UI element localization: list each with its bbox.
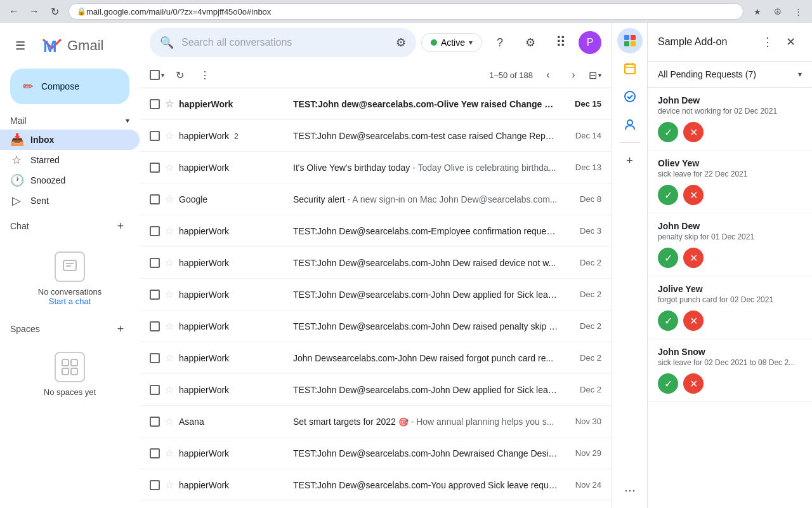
table-row[interactable]: ☆ happierWork TEST:John Dew@searcelabs.c… — [140, 311, 612, 342]
addon-more-button[interactable]: ⋮ — [756, 30, 779, 53]
table-row[interactable]: ☆ happierWork John Dewsearcelabs.com-Joh… — [140, 342, 612, 374]
approve-button[interactable]: ✓ — [658, 311, 678, 331]
star-icon[interactable]: ☆ — [165, 320, 174, 332]
email-preview: It's Olive Yew's birthday today - Today … — [293, 163, 558, 173]
email-checkbox[interactable] — [150, 163, 160, 173]
table-row[interactable]: ☆ happierWork TEST:John Dew@searcelabs.c… — [140, 215, 612, 247]
reject-button[interactable]: ✕ — [683, 311, 704, 331]
star-icon[interactable]: ☆ — [165, 161, 174, 173]
email-checkbox[interactable] — [150, 99, 160, 109]
spaces-add-button[interactable]: + — [112, 320, 129, 338]
back-button[interactable]: ← — [5, 3, 23, 20]
sidebar-item-snoozed[interactable]: 🕐 Snoozed — [0, 170, 140, 190]
extensions-button[interactable]: ☮ — [769, 3, 787, 20]
reject-button[interactable]: ✕ — [683, 185, 704, 205]
icon-bar-more-button[interactable]: ⋯ — [617, 478, 643, 503]
menu-button[interactable]: ⋮ — [789, 3, 807, 20]
star-icon[interactable]: ☆ — [165, 384, 174, 396]
email-checkbox[interactable] — [150, 290, 160, 300]
email-checkbox[interactable] — [150, 448, 160, 458]
calendar-button[interactable] — [617, 56, 643, 81]
approve-button[interactable]: ✓ — [658, 373, 678, 394]
table-row[interactable]: ☆ happierWork TEST:John Dew@searcelabs.c… — [140, 438, 612, 469]
chat-add-button[interactable]: + — [112, 217, 129, 235]
star-icon[interactable]: ☆ — [165, 415, 174, 427]
reject-button[interactable]: ✕ — [683, 122, 704, 142]
email-preview: TEST:John Dew@searcelabs.com-test case r… — [293, 131, 558, 141]
email-checkbox[interactable] — [150, 480, 160, 490]
star-icon[interactable]: ☆ — [165, 98, 174, 110]
search-input[interactable] — [181, 37, 388, 48]
sender-name: happierWork — [179, 99, 293, 109]
tasks-button[interactable] — [617, 84, 643, 109]
hamburger-menu[interactable]: ☰ — [8, 33, 33, 58]
table-row[interactable]: ☆ happierWork TEST:John Dew@searcelabs.c… — [140, 279, 612, 311]
approve-button[interactable]: ✓ — [658, 248, 678, 268]
chat-section-header[interactable]: Chat + — [0, 213, 140, 239]
avatar[interactable]: P — [579, 31, 601, 54]
help-button[interactable]: ? — [487, 30, 513, 55]
sender-name: happierWork — [179, 448, 293, 458]
addon-filter[interactable]: All Pending Requests (7) ▾ — [648, 62, 812, 88]
email-checkbox[interactable] — [150, 385, 160, 395]
table-row[interactable]: ☆ happierWork It's Olive Yew's birthday … — [140, 152, 612, 184]
email-subject: TEST:John Dew@searcelabs.com-John Dew ra… — [293, 321, 558, 331]
sidebar-item-inbox[interactable]: 📥 Inbox — [0, 130, 140, 150]
star-icon[interactable]: ☆ — [165, 225, 174, 237]
table-row[interactable]: ☆ happierWork TEST:John dew@searcelabs.c… — [140, 88, 612, 120]
reject-button[interactable]: ✕ — [683, 373, 704, 394]
spaces-section-header[interactable]: Spaces + — [0, 316, 140, 342]
table-row[interactable]: ☆ happierWork TEST:John Dew@searcelabs.c… — [140, 247, 612, 279]
compose-button[interactable]: ✏ Compose — [10, 69, 129, 104]
svg-rect-9 — [71, 368, 77, 375]
forward-button[interactable]: → — [25, 3, 43, 20]
star-icon[interactable]: ☆ — [165, 479, 174, 491]
prev-page-button[interactable]: ‹ — [538, 65, 558, 85]
refresh-button[interactable]: ↻ — [169, 65, 190, 85]
email-date: Nov 29 — [563, 448, 601, 458]
address-bar[interactable]: 🔒 mail.google.com/mail/u/0/?zx=4vmpjff45… — [69, 3, 743, 20]
mail-section-header[interactable]: Mail ▾ — [0, 112, 140, 130]
reload-button[interactable]: ↻ — [46, 3, 63, 20]
start-chat-link[interactable]: Start a chat — [49, 297, 91, 306]
table-row[interactable]: ☆ Google Security alert - A new sign-in … — [140, 184, 612, 215]
select-dropdown-icon[interactable]: ▾ — [161, 72, 164, 79]
apps-button[interactable]: ⠿ — [548, 30, 573, 55]
email-checkbox[interactable] — [150, 353, 160, 363]
email-checkbox[interactable] — [150, 131, 160, 141]
next-page-button[interactable]: › — [563, 65, 584, 85]
addon-panel-button[interactable] — [617, 28, 643, 53]
table-row[interactable]: ☆ happierWork TEST:John Dew@searcelabs.c… — [140, 469, 612, 501]
sidebar-item-sent[interactable]: ▷ Sent — [0, 190, 140, 211]
reject-button[interactable]: ✕ — [683, 248, 704, 268]
settings-button[interactable]: ⚙ — [518, 30, 543, 55]
table-row[interactable]: ☆ happierWork TEST:John Dew@searcelabs.c… — [140, 374, 612, 406]
email-checkbox[interactable] — [150, 417, 160, 427]
star-icon[interactable]: ☆ — [165, 193, 174, 205]
approve-button[interactable]: ✓ — [658, 185, 678, 205]
table-row[interactable]: ☆ Asana Set smart targets for 2022 🎯 - H… — [140, 406, 612, 438]
more-options-button[interactable]: ⋮ — [195, 65, 215, 85]
approve-button[interactable]: ✓ — [658, 122, 678, 142]
select-all-checkbox[interactable] — [150, 70, 160, 80]
contacts-button[interactable] — [617, 112, 643, 137]
filter-icon[interactable]: ⚙ — [396, 36, 406, 50]
star-icon[interactable]: ☆ — [165, 447, 174, 459]
table-row[interactable]: ☆ happierWork 2 TEST:John Dew@searcelabs… — [140, 120, 612, 152]
active-status-button[interactable]: Active ▾ — [421, 33, 482, 52]
addon-close-button[interactable]: ✕ — [779, 30, 802, 53]
bookmark-button[interactable]: ★ — [749, 3, 766, 20]
more-addons-button[interactable]: + — [617, 148, 643, 173]
star-icon[interactable]: ☆ — [165, 130, 174, 142]
search-bar[interactable]: 🔍 ⚙ — [150, 28, 416, 57]
email-checkbox[interactable] — [150, 321, 160, 331]
star-icon[interactable]: ☆ — [165, 352, 174, 364]
sidebar-item-starred[interactable]: ☆ Starred — [0, 150, 140, 170]
star-icon[interactable]: ☆ — [165, 288, 174, 300]
email-checkbox[interactable] — [150, 194, 160, 204]
email-checkbox[interactable] — [150, 226, 160, 236]
pending-requests-label: All Pending Requests (7) — [658, 69, 798, 79]
email-checkbox[interactable] — [150, 258, 160, 268]
star-icon[interactable]: ☆ — [165, 257, 174, 269]
view-toggle[interactable]: ⊟ ▾ — [589, 69, 601, 81]
